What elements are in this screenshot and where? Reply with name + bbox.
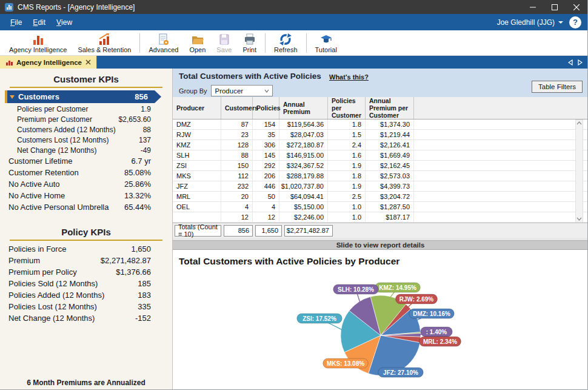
table-row[interactable]: ZSI150292$324,367.521.9$2,162.45 bbox=[173, 161, 588, 171]
table-cell: 12 bbox=[253, 212, 279, 222]
bar-chart-icon bbox=[32, 33, 45, 46]
table-cell: 154 bbox=[253, 119, 279, 129]
printer-icon bbox=[243, 33, 256, 46]
kpi-row-customers-lost-12-months[interactable]: Customers Lost (12 Months)137 bbox=[0, 135, 172, 145]
column-header-customers[interactable]: Customers bbox=[221, 97, 253, 119]
svg-text:KMZ: 14.95%: KMZ: 14.95% bbox=[379, 284, 416, 291]
group-by-select[interactable]: Producer bbox=[211, 85, 273, 96]
table-row[interactable]: 1212$2,246.001.0$187.17 bbox=[173, 212, 588, 223]
kpi-label: Policies Lost (12 Months) bbox=[8, 302, 97, 311]
kpi-row-net-change-12-months[interactable]: Net Change (12 Months)-49 bbox=[0, 145, 172, 155]
table-cell-filler bbox=[414, 161, 588, 170]
tab-scroll-right-icon[interactable] bbox=[578, 57, 583, 68]
kpi-row-no-active-personal-umbrella[interactable]: No Active Personal Umbrella65.44% bbox=[0, 201, 172, 213]
minimize-button[interactable] bbox=[522, 0, 544, 14]
kpi-label: Customers Lost (12 Months) bbox=[17, 136, 109, 144]
chevron-down-icon bbox=[558, 21, 563, 24]
kpi-row-policies-in-force[interactable]: Policies in Force1,650 bbox=[0, 243, 172, 255]
vertical-scrollbar[interactable] bbox=[575, 119, 583, 223]
kpi-row-premium[interactable]: Premium$2,271,482.87 bbox=[0, 255, 172, 266]
open-button[interactable]: Open bbox=[184, 31, 211, 55]
menu-item-file[interactable]: File bbox=[5, 14, 27, 30]
tab-agency-intelligence[interactable]: Agency Intelligence bbox=[0, 56, 97, 69]
menu-bar: File Edit View Joe Gledhill (JJG) ? bbox=[0, 14, 587, 30]
column-header-policies-per-customer[interactable]: Policies per Customer bbox=[328, 97, 366, 119]
kpi-row-customer-retention[interactable]: Customer Retention85.08% bbox=[0, 167, 172, 178]
column-header-policies[interactable]: Policies bbox=[253, 97, 279, 119]
table-row[interactable]: SLH88145$146,915.001.6$1,669.49 bbox=[173, 150, 588, 161]
table-cell: 87 bbox=[221, 119, 253, 129]
table-row[interactable]: MKS112206$288,179.881.8$2,573.03 bbox=[173, 171, 588, 181]
table-cell: 145 bbox=[253, 150, 279, 160]
scroll-down-icon[interactable] bbox=[576, 217, 582, 221]
refresh-icon bbox=[279, 33, 292, 46]
folder-icon bbox=[191, 33, 204, 46]
whats-this-link[interactable]: What's this? bbox=[329, 73, 369, 81]
column-header-producer[interactable]: Producer bbox=[173, 97, 221, 119]
customer-kpis-title: Customer KPIs bbox=[0, 69, 172, 87]
table-row[interactable]: JFZ232446$1,020,737.801.9$4,399.73 bbox=[173, 181, 588, 192]
table-cell-filler bbox=[414, 212, 588, 222]
kpi-row-policies-sold-12-months[interactable]: Policies Sold (12 Months)185 bbox=[0, 278, 172, 289]
refresh-button[interactable]: Refresh bbox=[269, 31, 303, 55]
group-by-label: Group By bbox=[179, 87, 207, 95]
totals-premium: $2,271,482.87 bbox=[284, 225, 333, 237]
table-cell: DMZ bbox=[173, 119, 221, 129]
kpi-row-premium-per-customer[interactable]: Premium per Customer$2,653.60 bbox=[0, 114, 172, 124]
tutorial-button[interactable]: Tutorial bbox=[310, 31, 342, 55]
kpi-row-no-active-auto[interactable]: No Active Auto25.86% bbox=[0, 178, 172, 190]
column-header-annual-premium[interactable]: Annual Premium bbox=[279, 97, 328, 119]
advanced-button[interactable]: Advanced bbox=[143, 31, 184, 55]
table-cell: MRL bbox=[173, 192, 221, 201]
kpi-row-policies-added-12-months[interactable]: Policies Added (12 Months)183 bbox=[0, 289, 172, 301]
tab-strip: Agency Intelligence bbox=[0, 56, 587, 69]
kpi-row-no-active-home[interactable]: No Active Home13.32% bbox=[0, 190, 172, 201]
kpi-row-customers[interactable]: Customers856 bbox=[5, 90, 161, 103]
help-button[interactable]: ? bbox=[569, 16, 581, 29]
kpi-row-customer-lifetime[interactable]: Customer Lifetime6.7 yr bbox=[0, 155, 172, 167]
column-header-annual-premium-per-customer[interactable]: Annual Premium per Customer bbox=[366, 97, 414, 119]
scroll-up-icon[interactable] bbox=[576, 121, 582, 125]
user-menu[interactable]: Joe Gledhill (JJG) bbox=[497, 18, 563, 27]
sales-retention-button[interactable]: Sales & Retention bbox=[72, 31, 136, 55]
pie-label: RJW: 2.69% bbox=[396, 294, 438, 304]
kpi-value: $1,376.66 bbox=[116, 267, 151, 277]
kpi-value: 13.32% bbox=[124, 191, 151, 200]
kpi-row-policies-per-customer[interactable]: Policies per Customer1.9 bbox=[0, 104, 172, 114]
table-filters-button[interactable]: Table Filters bbox=[532, 81, 583, 93]
splitter-bar[interactable]: Slide to view report details bbox=[173, 240, 588, 250]
table-cell: 1.6 bbox=[328, 150, 366, 160]
kpi-row-policies-lost-12-months[interactable]: Policies Lost (12 Months)335 bbox=[0, 301, 172, 312]
kpi-label: Policies in Force bbox=[8, 244, 66, 254]
menu-item-view[interactable]: View bbox=[51, 14, 78, 30]
table-cell: KMZ bbox=[173, 140, 221, 150]
tab-close-icon[interactable] bbox=[85, 59, 91, 65]
tab-scroll-left-icon[interactable] bbox=[568, 57, 573, 68]
policy-kpi-list: Policies in Force1,650Premium$2,271,482.… bbox=[0, 243, 172, 324]
print-button[interactable]: Print bbox=[237, 31, 262, 55]
kpi-value: 335 bbox=[138, 302, 151, 311]
tab-chart-icon bbox=[5, 59, 13, 66]
table-row[interactable]: DMZ87154$119,564.361.8$1,374.30 bbox=[173, 119, 588, 130]
table-row[interactable]: OEL44$5,150.001.0$1,287.50 bbox=[173, 202, 588, 212]
pie-label: SLH: 10.28% bbox=[333, 284, 379, 294]
pie-label: ZSI: 17.52% bbox=[297, 314, 342, 323]
table-row[interactable]: RJW2335$28,047.031.5$1,219.44 bbox=[173, 130, 588, 140]
table-cell: 1.9 bbox=[328, 181, 366, 191]
table-cell: $272,180.87 bbox=[279, 140, 328, 150]
maximize-button[interactable] bbox=[544, 0, 566, 14]
pie-label: KMZ: 14.95% bbox=[375, 283, 421, 292]
agency-intelligence-button[interactable]: Agency Intelligence bbox=[4, 31, 72, 55]
kpi-row-customers-added-12-months[interactable]: Customers Added (12 Months)88 bbox=[0, 124, 172, 135]
table-cell-filler bbox=[414, 181, 588, 191]
kpi-row-net-change-12-months[interactable]: Net Change (12 Months)-152 bbox=[0, 312, 172, 324]
pie-label: MRL: 2.34% bbox=[419, 337, 461, 346]
menu-item-edit[interactable]: Edit bbox=[27, 14, 51, 30]
kpi-row-premium-per-policy[interactable]: Premium per Policy$1,376.66 bbox=[0, 266, 172, 278]
table-cell bbox=[173, 212, 221, 222]
kpi-label: Premium per Customer bbox=[17, 115, 92, 124]
table-row[interactable]: KMZ128306$272,180.872.4$2,126.41 bbox=[173, 140, 588, 150]
table-cell: OEL bbox=[173, 202, 221, 212]
table-row[interactable]: MRL2050$64,094.412.5$3,204.72 bbox=[173, 192, 588, 202]
close-button[interactable] bbox=[566, 0, 587, 14]
